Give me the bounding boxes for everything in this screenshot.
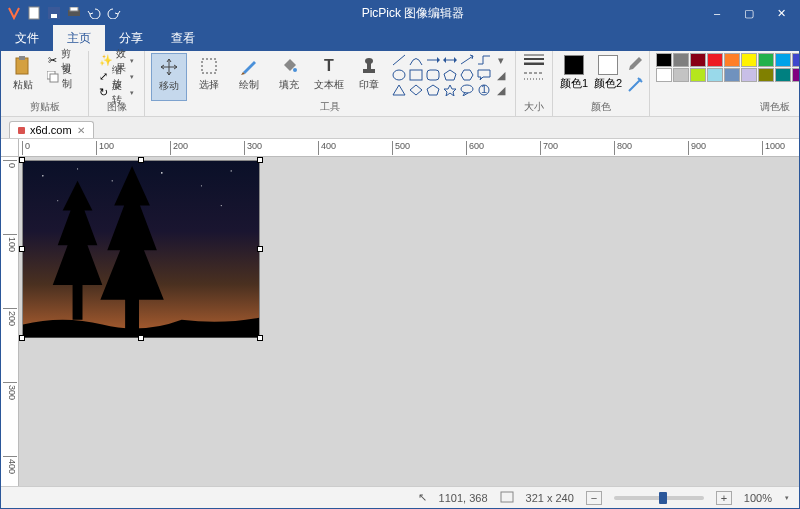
color-swatch[interactable]	[792, 53, 800, 67]
shape-expand[interactable]: ▾	[493, 53, 509, 67]
save-icon[interactable]	[45, 4, 63, 22]
handle-w[interactable]	[19, 246, 25, 252]
color2-button[interactable]: 颜色2	[593, 53, 623, 101]
color-swatch[interactable]	[724, 68, 740, 82]
svg-point-17	[393, 70, 405, 80]
edit-colors-button[interactable]	[627, 77, 643, 95]
color-swatch[interactable]	[741, 68, 757, 82]
color-swatch[interactable]	[673, 68, 689, 82]
print-icon[interactable]	[65, 4, 83, 22]
color-swatch[interactable]	[775, 53, 791, 67]
color-swatch[interactable]	[656, 53, 672, 67]
work-area: 01002003004005006007008009001000 0100200…	[1, 139, 799, 486]
document-tab[interactable]: x6d.com ✕	[9, 121, 94, 138]
color-swatch[interactable]	[758, 53, 774, 67]
paste-button[interactable]: 粘贴	[7, 53, 39, 101]
shape-pentagon[interactable]	[425, 83, 441, 97]
select-tool[interactable]: 选择	[191, 53, 227, 101]
tab-view[interactable]: 查看	[157, 25, 209, 51]
shape-connector[interactable]	[476, 53, 492, 67]
handle-se[interactable]	[257, 335, 263, 341]
zoom-menu[interactable]: ▾	[785, 494, 789, 502]
color-swatch[interactable]	[758, 68, 774, 82]
handle-n[interactable]	[138, 157, 144, 163]
group-tools: 移动 选择 绘制 填充 T文本框 印章 ▾ ◢	[145, 51, 516, 116]
svg-rect-8	[50, 74, 58, 82]
zoom-slider[interactable]	[614, 496, 704, 500]
dimensions-icon	[500, 491, 514, 505]
close-button[interactable]: ✕	[767, 3, 795, 23]
shape-line[interactable]	[391, 53, 407, 67]
color-swatch[interactable]	[690, 68, 706, 82]
svg-text:1: 1	[481, 84, 487, 95]
rotate-button[interactable]: ↻旋转▾	[95, 85, 138, 100]
line-style-button[interactable]	[522, 70, 546, 84]
ruler-tick: 700	[540, 141, 558, 155]
image-content[interactable]	[22, 160, 260, 338]
shapes-gallery[interactable]: ▾ ◢ 1 ◢	[391, 53, 509, 97]
shape-ellipse[interactable]	[391, 68, 407, 82]
zoom-out-button[interactable]: −	[586, 491, 602, 505]
svg-point-42	[201, 185, 202, 186]
shape-rect[interactable]	[408, 68, 424, 82]
shape-arrow[interactable]	[425, 53, 441, 67]
svg-rect-5	[16, 58, 28, 74]
textbox-tool[interactable]: T文本框	[311, 53, 347, 101]
shape-hex[interactable]	[459, 68, 475, 82]
stamp-tool[interactable]: 印章	[351, 53, 387, 101]
tab-file[interactable]: 文件	[1, 25, 53, 51]
shape-polygon[interactable]	[442, 68, 458, 82]
move-tool[interactable]: 移动	[151, 53, 187, 101]
new-icon[interactable]	[25, 4, 43, 22]
color-swatch[interactable]	[707, 53, 723, 67]
svg-marker-25	[444, 85, 456, 96]
color-swatch[interactable]	[690, 53, 706, 67]
canvas[interactable]	[19, 157, 799, 486]
handle-nw[interactable]	[19, 157, 25, 163]
shape-roundrect[interactable]	[425, 68, 441, 82]
color2-swatch	[598, 55, 618, 75]
rotate-icon: ↻	[99, 86, 109, 100]
handle-e[interactable]	[257, 246, 263, 252]
color-swatch[interactable]	[792, 68, 800, 82]
tab-share[interactable]: 分享	[105, 25, 157, 51]
color1-button[interactable]: 颜色1	[559, 53, 589, 101]
color-swatch[interactable]	[707, 68, 723, 82]
shape-arrow3[interactable]	[459, 53, 475, 67]
shape-double-arrow[interactable]	[442, 53, 458, 67]
shape-bubble[interactable]	[459, 83, 475, 97]
app-icon[interactable]	[5, 4, 23, 22]
color-swatch[interactable]	[656, 68, 672, 82]
fill-tool[interactable]: 填充	[271, 53, 307, 101]
draw-tool[interactable]: 绘制	[231, 53, 267, 101]
undo-icon[interactable]	[85, 4, 103, 22]
shape-triangle[interactable]	[391, 83, 407, 97]
color-swatch[interactable]	[775, 68, 791, 82]
bucket-icon	[278, 55, 300, 77]
handle-sw[interactable]	[19, 335, 25, 341]
shape-number[interactable]: 1	[476, 83, 492, 97]
ruler-tick: 100	[3, 234, 17, 252]
shape-tricorner2[interactable]: ◢	[493, 83, 509, 97]
shape-callout[interactable]	[476, 68, 492, 82]
color-swatch[interactable]	[741, 53, 757, 67]
shape-diamond[interactable]	[408, 83, 424, 97]
zoom-in-button[interactable]: +	[716, 491, 732, 505]
maximize-button[interactable]: ▢	[735, 3, 763, 23]
zoom-thumb[interactable]	[659, 492, 667, 504]
color-swatch[interactable]	[673, 53, 689, 67]
copy-button[interactable]: 复制	[43, 69, 82, 84]
minimize-button[interactable]: –	[703, 3, 731, 23]
eyedropper-button[interactable]	[627, 56, 643, 74]
svg-marker-20	[444, 70, 456, 80]
svg-point-26	[461, 85, 473, 93]
color-swatch[interactable]	[724, 53, 740, 67]
handle-ne[interactable]	[257, 157, 263, 163]
shape-tricorner[interactable]: ◢	[493, 68, 509, 82]
close-tab-button[interactable]: ✕	[77, 125, 85, 136]
redo-icon[interactable]	[105, 4, 123, 22]
shape-star[interactable]	[442, 83, 458, 97]
handle-s[interactable]	[138, 335, 144, 341]
line-weight-button[interactable]	[522, 53, 546, 67]
shape-curve[interactable]	[408, 53, 424, 67]
